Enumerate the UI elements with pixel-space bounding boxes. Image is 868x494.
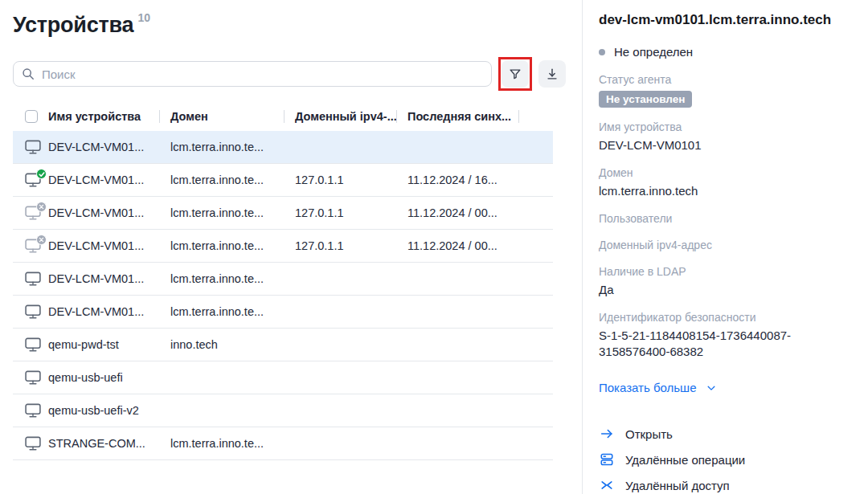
device-name: qemu-usb-uefi-v2 xyxy=(48,404,159,417)
device-icon-cell xyxy=(13,271,48,287)
field-value: Да xyxy=(599,282,847,298)
remote-operations-icon xyxy=(599,452,615,467)
table-row[interactable]: qemu-usb-uefi-v2 xyxy=(13,394,553,427)
search-box[interactable] xyxy=(13,61,492,87)
state-dot-icon xyxy=(599,49,605,55)
device-name: qemu-usb-uefi xyxy=(48,371,159,384)
column-header-name[interactable]: Имя устройства xyxy=(48,110,159,123)
agent-status-label: Статус агента xyxy=(599,73,847,86)
monitor-icon xyxy=(24,435,42,451)
field-domain: Домен lcm.terra.inno.tech xyxy=(599,165,847,199)
filter-highlight-annotation xyxy=(498,57,532,91)
field-users: Пользователи xyxy=(599,211,847,226)
table-row[interactable]: DEV-LCM-VM01... lcm.terra.inno.te... xyxy=(13,263,553,296)
select-all-checkbox[interactable] xyxy=(25,110,38,123)
device-domain: lcm.terra.inno.te... xyxy=(159,305,284,318)
device-icon-cell xyxy=(13,435,48,451)
field-label: Имя устройства xyxy=(599,120,847,134)
monitor-icon xyxy=(24,139,42,155)
monitor-icon xyxy=(24,238,42,254)
agent-status-badge: Не установлен xyxy=(599,91,692,108)
table-row[interactable]: DEV-LCM-VM01... lcm.terra.inno.te... xyxy=(13,131,553,164)
field-label: Наличие в LDAP xyxy=(599,264,847,279)
table-row[interactable]: DEV-LCM-VM01... lcm.terra.inno.te... 127… xyxy=(13,230,553,263)
device-domain: lcm.terra.inno.te... xyxy=(159,272,284,285)
device-name: STRANGE-COM... xyxy=(48,437,159,450)
field-sid: Идентификатор безопасности S-1-5-21-1184… xyxy=(599,310,847,360)
device-name: DEV-LCM-VM01... xyxy=(48,206,159,219)
show-more-link[interactable]: Показать больше xyxy=(599,381,717,394)
device-domain: inno.tech xyxy=(159,338,284,351)
funnel-icon xyxy=(508,67,522,81)
device-count-badge: 10 xyxy=(137,11,150,24)
state-label: Не определен xyxy=(614,45,693,59)
monitor-icon xyxy=(24,402,42,418)
device-name: qemu-pwd-tst xyxy=(48,338,159,351)
device-icon-cell xyxy=(13,402,48,418)
device-details-panel: dev-lcm-vm0101.lcm.terra.inno.tech Не оп… xyxy=(582,0,868,494)
search-icon xyxy=(22,67,35,80)
page-title: Устройства xyxy=(13,13,133,37)
device-fqdn-title: dev-lcm-vm0101.lcm.terra.inno.tech xyxy=(599,11,847,28)
table-body: DEV-LCM-VM01... lcm.terra.inno.te... DEV… xyxy=(13,131,553,460)
chevron-down-icon xyxy=(706,382,717,394)
device-domain: lcm.terra.inno.te... xyxy=(159,239,284,252)
device-icon-cell xyxy=(13,304,48,320)
device-icon-cell xyxy=(13,238,48,254)
field-value: DEV-LCM-VM0101 xyxy=(599,137,847,153)
device-ip: 127.0.1.1 xyxy=(284,206,396,219)
monitor-icon xyxy=(24,337,42,353)
table-row[interactable]: qemu-usb-uefi xyxy=(13,361,553,394)
show-more-label: Показать больше xyxy=(599,381,696,394)
monitor-icon xyxy=(24,172,42,188)
devices-panel: Устройства10 Имя устройств xyxy=(0,0,582,494)
device-status-badge xyxy=(36,202,47,212)
column-header-ip[interactable]: Доменный ipv4-... xyxy=(284,110,396,123)
remote-operations-action[interactable]: Удалённые операции xyxy=(599,452,745,467)
table-row[interactable]: DEV-LCM-VM01... lcm.terra.inno.te... 127… xyxy=(13,197,553,230)
device-name: DEV-LCM-VM01... xyxy=(48,305,159,318)
field-value: lcm.terra.inno.tech xyxy=(599,183,847,199)
device-icon-cell xyxy=(13,172,48,188)
field-label: Идентификатор безопасности xyxy=(599,310,847,325)
field-device-name: Имя устройства DEV-LCM-VM0101 xyxy=(599,120,847,153)
device-sync: 11.12.2024 / 16... xyxy=(396,174,518,186)
column-header-sync[interactable]: Последняя синх... xyxy=(396,110,518,123)
device-status-badge xyxy=(36,169,47,179)
remote-access-action[interactable]: Удалённый доступ xyxy=(599,478,730,492)
column-header-domain[interactable]: Домен xyxy=(159,110,284,123)
field-label: Домен xyxy=(599,165,847,180)
device-icon-cell xyxy=(13,205,48,221)
device-icon-cell xyxy=(13,369,48,386)
device-status-badge xyxy=(36,235,47,245)
field-domain-ip: Доменный ipv4-адрес xyxy=(599,238,847,252)
monitor-icon xyxy=(24,271,42,287)
field-value: S-1-5-21-1184408154-1736440087-315857640… xyxy=(599,328,847,360)
device-name: DEV-LCM-VM01... xyxy=(48,174,159,186)
table-row[interactable]: DEV-LCM-VM01... lcm.terra.inno.te... 127… xyxy=(13,164,553,197)
header-check-cell xyxy=(13,110,48,123)
device-domain: lcm.terra.inno.te... xyxy=(159,437,284,450)
field-ldap: Наличие в LDAP Да xyxy=(599,264,847,298)
device-domain: lcm.terra.inno.te... xyxy=(159,206,284,219)
device-sync: 11.12.2024 / 00... xyxy=(396,206,518,219)
filter-button[interactable] xyxy=(502,60,529,88)
toolbar xyxy=(13,57,566,91)
open-action[interactable]: Открыть xyxy=(599,427,673,441)
action-label: Удалённый доступ xyxy=(625,479,730,492)
table-row[interactable]: STRANGE-COM... lcm.terra.inno.te... xyxy=(13,427,553,460)
monitor-icon xyxy=(24,369,42,386)
monitor-icon xyxy=(24,304,42,320)
device-icon-cell xyxy=(13,337,48,353)
device-name: DEV-LCM-VM01... xyxy=(48,272,159,285)
device-name: DEV-LCM-VM01... xyxy=(48,239,159,252)
device-actions: Открыть Удалённые операции Удалённый дос… xyxy=(599,427,847,492)
action-label: Открыть xyxy=(625,427,673,441)
table-row[interactable]: qemu-pwd-tst inno.tech xyxy=(13,329,553,361)
field-label: Доменный ipv4-адрес xyxy=(599,238,847,252)
export-button[interactable] xyxy=(538,60,566,88)
device-domain: lcm.terra.inno.te... xyxy=(159,174,284,186)
field-label: Пользователи xyxy=(599,211,847,226)
table-row[interactable]: DEV-LCM-VM01... lcm.terra.inno.te... xyxy=(13,296,553,329)
search-input[interactable] xyxy=(42,67,483,81)
